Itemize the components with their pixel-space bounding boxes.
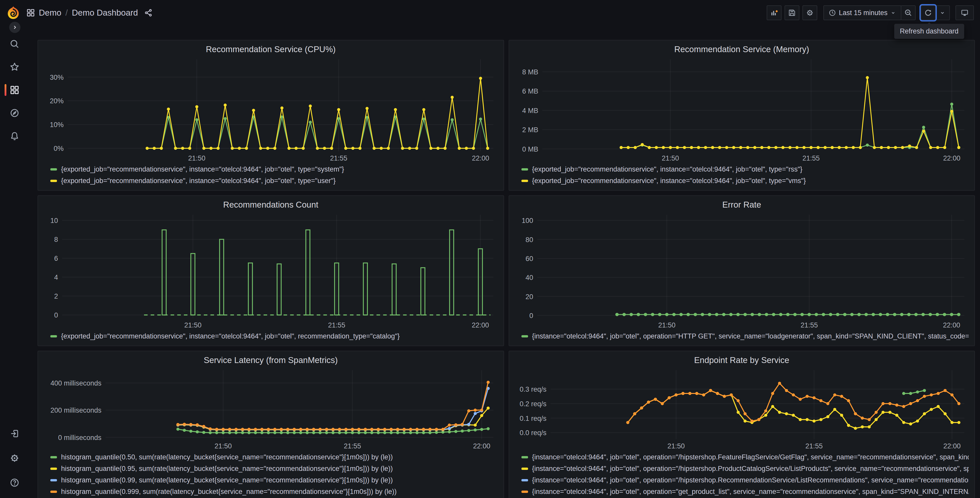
sidebar-item-settings[interactable]	[0, 450, 29, 466]
sidebar-item-search[interactable]	[0, 36, 29, 52]
legend-item[interactable]: histogram_quantile(0.999, sum(rate(laten…	[50, 486, 498, 498]
dashboards-icon	[10, 85, 20, 95]
time-series-chart[interactable]: 21:5021:5522:000.0 req/s0.1 req/s0.2 req…	[512, 367, 972, 450]
refresh-icon	[924, 9, 932, 17]
breadcrumb-page[interactable]: Demo Dashboard	[72, 8, 138, 18]
dashboard-settings-button[interactable]	[802, 5, 817, 20]
time-range-label: Last 15 minutes	[839, 9, 888, 17]
chevron-down-icon	[939, 10, 946, 16]
legend-item[interactable]: histogram_quantile(0.50, sum(rate(latenc…	[50, 452, 498, 463]
panel-title[interactable]: Recommendation Service (CPU%)	[41, 43, 501, 56]
legend-swatch	[522, 468, 528, 470]
svg-text:0 MB: 0 MB	[522, 145, 538, 153]
refresh-tooltip-text: Refresh dashboard	[900, 27, 959, 35]
dashboard-grid: Recommendation Service (CPU%) 21:5021:55…	[29, 26, 980, 498]
legend-swatch	[522, 335, 528, 337]
legend-item[interactable]: {exported_job="recommendationservice", i…	[50, 175, 498, 187]
legend-item-label: histogram_quantile(0.999, sum(rate(laten…	[61, 488, 397, 496]
legend-swatch	[522, 456, 528, 458]
legend-item[interactable]: {instance="otelcol:9464", job="otel", op…	[522, 474, 969, 486]
sidebar-item-starred[interactable]	[0, 59, 29, 75]
panel-title[interactable]: Recommendations Count	[41, 198, 501, 211]
panel-title[interactable]: Service Latency (from SpanMetrics)	[41, 354, 501, 367]
svg-text:21:50: 21:50	[667, 442, 685, 450]
panel-title[interactable]: Recommendation Service (Memory)	[512, 43, 972, 56]
legend-item-label: {exported_job="recommendationservice", i…	[61, 165, 344, 173]
legend-item-label: {instance="otelcol:9464", job="otel", op…	[532, 332, 969, 340]
svg-text:22:00: 22:00	[472, 155, 489, 162]
svg-text:2 MB: 2 MB	[522, 126, 538, 134]
legend-item[interactable]: {instance="otelcol:9464", job="otel", op…	[522, 330, 969, 342]
legend-item[interactable]: {exported_job="recommendationservice", i…	[50, 330, 498, 342]
svg-text:20: 20	[525, 293, 533, 301]
svg-text:22:00: 22:00	[943, 442, 961, 450]
legend-item[interactable]: histogram_quantile(0.95, sum(rate(latenc…	[50, 463, 498, 474]
svg-text:30%: 30%	[50, 73, 64, 81]
svg-text:0.2 req/s: 0.2 req/s	[519, 400, 546, 408]
legend-item-label: histogram_quantile(0.50, sum(rate(latenc…	[61, 453, 393, 461]
legend-swatch	[50, 180, 57, 182]
legend-item[interactable]: histogram_quantile(0.99, sum(rate(latenc…	[50, 474, 498, 486]
sidebar-item-dashboards[interactable]	[0, 82, 29, 98]
panel-recommendations-count: Recommendations Count 21:5021:5522:00024…	[38, 195, 504, 346]
svg-text:21:50: 21:50	[215, 442, 232, 450]
legend-item[interactable]: {instance="otelcol:9464", job="otel", op…	[522, 463, 969, 474]
legend-item-label: {instance="otelcol:9464", job="otel", op…	[532, 453, 969, 461]
svg-text:400 milliseconds: 400 milliseconds	[50, 379, 102, 387]
breadcrumb-section[interactable]: Demo	[39, 8, 61, 18]
svg-text:10%: 10%	[50, 121, 64, 129]
svg-text:2: 2	[54, 292, 58, 300]
gear-icon	[806, 9, 814, 17]
share-dashboard-button[interactable]	[144, 8, 153, 17]
time-series-chart[interactable]: 21:5021:5522:000246810	[41, 211, 501, 330]
save-icon	[788, 9, 796, 17]
panel-legend: {exported_job="recommendationservice", i…	[512, 163, 972, 188]
legend-item-label: histogram_quantile(0.95, sum(rate(latenc…	[61, 465, 393, 473]
time-controls: Last 15 minutes	[823, 5, 916, 20]
panel-recommendation-service-cpu: Recommendation Service (CPU%) 21:5021:55…	[38, 40, 504, 191]
sidebar-item-explore[interactable]	[0, 105, 29, 121]
svg-text:0.0 req/s: 0.0 req/s	[519, 429, 546, 437]
svg-text:22:00: 22:00	[943, 321, 960, 329]
time-series-chart[interactable]: 21:5021:5522:000 MB2 MB4 MB6 MB8 MB	[512, 56, 972, 163]
refresh-button[interactable]	[921, 5, 935, 20]
legend-item[interactable]: {exported_job="recommendationservice", i…	[522, 164, 969, 175]
legend-item-label: histogram_quantile(0.99, sum(rate(latenc…	[61, 476, 393, 484]
panel-legend: {exported_job="recommendationservice", i…	[41, 163, 501, 188]
svg-text:100: 100	[522, 217, 533, 225]
zoom-out-time-button[interactable]	[901, 5, 916, 20]
panel-title[interactable]: Endpoint Rate by Service	[512, 354, 972, 367]
legend-item[interactable]: {exported_job="recommendationservice", i…	[522, 175, 969, 187]
svg-text:20%: 20%	[50, 97, 64, 105]
panel-recommendation-service-memory: Recommendation Service (Memory) 21:5021:…	[509, 40, 975, 191]
refresh-interval-dropdown[interactable]	[935, 5, 950, 20]
legend-swatch	[522, 168, 528, 171]
sidebar-item-sign-in[interactable]	[0, 425, 29, 442]
time-series-chart[interactable]: 21:5021:5522:00020406080100	[512, 211, 972, 330]
grafana-logo[interactable]	[6, 6, 21, 20]
svg-text:0: 0	[529, 312, 533, 319]
svg-text:80: 80	[525, 236, 533, 244]
time-series-chart[interactable]: 21:5021:5522:000 milliseconds200 millise…	[41, 367, 501, 450]
panel-title[interactable]: Error Rate	[512, 198, 972, 211]
kiosk-mode-button[interactable]	[956, 5, 974, 20]
legend-item[interactable]: {instance="otelcol:9464", job="otel", op…	[522, 452, 969, 463]
svg-text:4: 4	[54, 273, 58, 281]
legend-item-label: {exported_job="recommendationservice", i…	[532, 165, 802, 173]
sidebar-item-help[interactable]	[0, 474, 29, 491]
svg-text:21:50: 21:50	[184, 321, 202, 329]
svg-text:0 milliseconds: 0 milliseconds	[58, 434, 102, 442]
svg-text:21:50: 21:50	[658, 321, 676, 329]
time-series-chart[interactable]: 21:5021:5522:000%10%20%30%	[41, 56, 501, 163]
time-range-picker[interactable]: Last 15 minutes	[823, 5, 901, 20]
legend-swatch	[50, 456, 57, 458]
breadcrumb: Demo / Demo Dashboard	[26, 8, 153, 18]
save-dashboard-button[interactable]	[784, 5, 799, 20]
svg-text:0: 0	[54, 311, 58, 319]
add-panel-button[interactable]	[767, 5, 781, 20]
legend-item[interactable]: {instance="otelcol:9464", job="otel", op…	[522, 486, 969, 498]
legend-item[interactable]: {exported_job="recommendationservice", i…	[50, 164, 498, 175]
add-panel-icon	[770, 9, 778, 17]
help-icon	[10, 477, 20, 488]
sidebar-item-alerting[interactable]	[0, 128, 29, 144]
